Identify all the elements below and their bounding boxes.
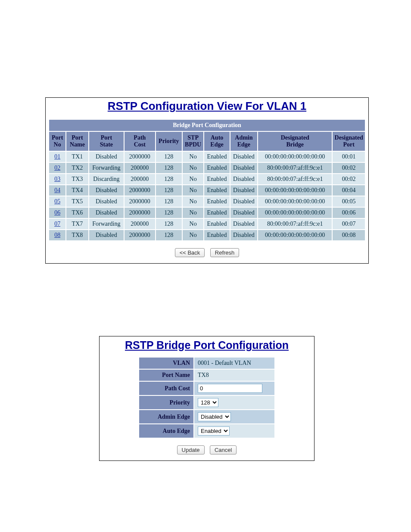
table-cell: 00:00:00:00:00:00:00:00 [258, 152, 332, 162]
view-button-row: << Back Refresh [48, 248, 366, 257]
table-cell: Enabled [204, 208, 229, 218]
admin-edge-label: Admin Edge [139, 410, 193, 423]
table-cell: 200000 [125, 174, 155, 184]
port-no-link[interactable]: 07 [54, 221, 60, 227]
table-row: 06TX6Disabled2000000128NoEnabledDisabled… [49, 208, 365, 218]
port-no-cell[interactable]: 05 [49, 196, 65, 207]
table-cell: Disabled [230, 163, 257, 173]
table-cell: Disabled [230, 174, 257, 184]
table-cell: Disabled [230, 185, 257, 196]
port-no-link[interactable]: 02 [54, 165, 60, 171]
table-cell: 2000000 [125, 230, 155, 240]
table-cell: TX5 [66, 196, 88, 207]
table-row: 08TX8Disabled2000000128NoEnabledDisabled… [49, 230, 365, 240]
table-cell: 80:00:00:07:af:ff:9c:e1 [258, 163, 332, 173]
table-cell: 00:01 [333, 152, 365, 162]
table-cell: No [183, 208, 203, 218]
table-cell: TX2 [66, 163, 88, 173]
port-no-cell[interactable]: 03 [49, 174, 65, 184]
port-no-link[interactable]: 06 [54, 209, 60, 216]
table-cell: 2000000 [125, 185, 155, 196]
port-name-value: TX8 [194, 370, 274, 381]
table-cell: Enabled [204, 219, 229, 229]
table-cell: 00:00:00:00:00:00:00:00 [258, 230, 332, 240]
table-row: 02TX2Forwarding200000128NoEnabledDisable… [49, 163, 365, 173]
port-no-link[interactable]: 03 [54, 176, 60, 182]
table-cell: No [183, 196, 203, 207]
rstp-config-view-title[interactable]: RSTP Configuration View For VLAN 1 [48, 100, 366, 113]
table-row: 07TX7Forwarding200000128NoEnabledDisable… [49, 219, 365, 229]
table-cell: 00:02 [333, 174, 365, 184]
table-cell: No [183, 163, 203, 173]
cancel-button[interactable]: Cancel [210, 445, 237, 454]
table-cell: 200000 [125, 163, 155, 173]
table-caption: Bridge Port Configuration [49, 120, 365, 131]
table-cell: Forwarding [89, 219, 124, 229]
table-cell: No [183, 219, 203, 229]
port-no-link[interactable]: 08 [54, 232, 60, 238]
table-cell: Enabled [204, 163, 229, 173]
port-no-link[interactable]: 01 [54, 153, 60, 160]
column-header: PortNo [49, 132, 65, 151]
column-header: PortName [66, 132, 88, 151]
update-button[interactable]: Update [177, 445, 205, 454]
table-cell: Enabled [204, 230, 229, 240]
table-cell: Disabled [89, 185, 124, 196]
priority-label: Priority [139, 396, 193, 409]
port-no-cell[interactable]: 06 [49, 208, 65, 218]
table-cell: No [183, 152, 203, 162]
port-no-cell[interactable]: 08 [49, 230, 65, 240]
table-cell: Enabled [204, 174, 229, 184]
table-cell: 128 [156, 152, 182, 162]
table-cell: 128 [156, 230, 182, 240]
table-cell: TX7 [66, 219, 88, 229]
refresh-button[interactable]: Refresh [210, 248, 240, 257]
vlan-label: VLAN [139, 358, 193, 369]
path-cost-input[interactable] [198, 384, 262, 393]
table-cell: 00:08 [333, 230, 365, 240]
column-header: STPBPDU [183, 132, 203, 151]
rstp-bridge-port-config-title[interactable]: RSTP Bridge Port Configuration [103, 339, 311, 352]
port-name-label: Port Name [139, 370, 193, 381]
table-cell: 80:00:00:07:af:ff:9c:e1 [258, 174, 332, 184]
table-cell: Disabled [230, 196, 257, 207]
table-cell: 128 [156, 185, 182, 196]
table-cell: 00:05 [333, 196, 365, 207]
table-cell: 200000 [125, 219, 155, 229]
table-cell: Disabled [230, 219, 257, 229]
column-header: DesignatedBridge [258, 132, 332, 151]
table-cell: Disabled [89, 208, 124, 218]
port-no-link[interactable]: 04 [54, 187, 60, 193]
table-cell: 128 [156, 163, 182, 173]
bridge-port-config-table: Bridge Port Configuration PortNoPortName… [48, 119, 366, 241]
port-no-cell[interactable]: 07 [49, 219, 65, 229]
table-cell: TX4 [66, 185, 88, 196]
table-cell: Disabled [230, 152, 257, 162]
table-cell: TX8 [66, 230, 88, 240]
column-header: AutoEdge [204, 132, 229, 151]
port-no-cell[interactable]: 02 [49, 163, 65, 173]
back-button[interactable]: << Back [175, 248, 205, 257]
admin-edge-select[interactable]: Disabled [198, 412, 231, 421]
table-cell: 00:00:00:00:00:00:00:00 [258, 196, 332, 207]
port-no-cell[interactable]: 01 [49, 152, 65, 162]
table-cell: 128 [156, 174, 182, 184]
table-cell: No [183, 230, 203, 240]
table-row: 05TX5Disabled2000000128NoEnabledDisabled… [49, 196, 365, 207]
table-cell: 00:02 [333, 163, 365, 173]
table-cell: 2000000 [125, 208, 155, 218]
port-no-link[interactable]: 05 [54, 198, 60, 205]
priority-select[interactable]: 128 [198, 398, 218, 407]
auto-edge-select[interactable]: Enabled [198, 426, 230, 436]
bridge-port-form: VLAN 0001 - Default VLAN Port Name TX8 P… [138, 357, 275, 439]
port-no-cell[interactable]: 04 [49, 185, 65, 196]
column-header: AdminEdge [230, 132, 257, 151]
table-cell: 128 [156, 196, 182, 207]
table-cell: Disabled [89, 230, 124, 240]
table-row: 03TX3Discarding200000128NoEnabledDisable… [49, 174, 365, 184]
column-header: DesignatedPort [333, 132, 365, 151]
table-cell: Disabled [230, 208, 257, 218]
table-cell: 00:07 [333, 219, 365, 229]
rstp-config-view-panel: RSTP Configuration View For VLAN 1 Bridg… [45, 97, 369, 264]
table-cell: 80:00:00:07:af:ff:9c:e1 [258, 219, 332, 229]
